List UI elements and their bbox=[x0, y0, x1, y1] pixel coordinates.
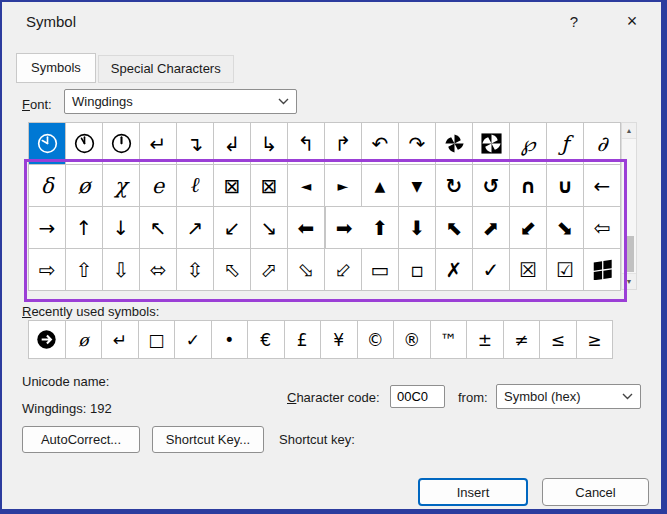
symbol-cell[interactable]: ↵ bbox=[102, 321, 139, 359]
symbol-cell[interactable]: ø bbox=[66, 321, 103, 359]
symbol-cell[interactable]: ∂ bbox=[584, 123, 621, 165]
symbol-cell[interactable]: → bbox=[29, 207, 66, 249]
symbol-cell[interactable] bbox=[436, 123, 473, 165]
symbol-cell[interactable]: ℘ bbox=[510, 123, 547, 165]
symbol-cell[interactable] bbox=[584, 249, 621, 291]
symbol-cell[interactable]: ® bbox=[394, 321, 431, 359]
character-code-input[interactable] bbox=[390, 385, 445, 408]
symbol-cell[interactable]: ☑ bbox=[547, 249, 584, 291]
symbol-cell[interactable]: ↘ bbox=[251, 207, 288, 249]
symbol-cell[interactable]: ø bbox=[66, 165, 103, 207]
insert-button[interactable]: Insert bbox=[418, 478, 528, 506]
symbol-cell[interactable]: ⇳ bbox=[177, 249, 214, 291]
symbol-cell[interactable]: ™ bbox=[431, 321, 468, 359]
symbol-cell[interactable]: δ bbox=[29, 165, 66, 207]
unicode-name-value: Wingdings: 192 bbox=[22, 401, 112, 416]
symbol-cell[interactable]: ↑ bbox=[66, 207, 103, 249]
symbol-cell[interactable]: ↖ bbox=[140, 207, 177, 249]
symbol-cell[interactable]: ⇩ bbox=[103, 249, 140, 291]
symbol-cell[interactable]: ✓ bbox=[473, 249, 510, 291]
symbol-cell[interactable]: ✓ bbox=[175, 321, 212, 359]
symbol-cell[interactable]: € bbox=[248, 321, 285, 359]
from-combobox[interactable]: Symbol (hex) bbox=[496, 384, 641, 409]
symbol-cell[interactable]: ▫ bbox=[399, 249, 436, 291]
symbol-cell[interactable]: ↷ bbox=[399, 123, 436, 165]
symbol-cell[interactable]: ≤ bbox=[540, 321, 577, 359]
symbol-cell[interactable]: ↙ bbox=[214, 207, 251, 249]
symbol-cell[interactable]: £ bbox=[285, 321, 322, 359]
symbol-cell[interactable]: ⬅ bbox=[288, 207, 325, 249]
cancel-button[interactable]: Cancel bbox=[542, 478, 649, 506]
symbol-cell[interactable]: ↳ bbox=[251, 123, 288, 165]
tab-bar: Symbols Special Characters bbox=[16, 53, 236, 83]
symbol-cell[interactable]: ↲ bbox=[214, 123, 251, 165]
font-combobox[interactable]: Wingdings bbox=[64, 89, 297, 114]
recent-grid: ø↵□✓•€£¥©®™±≠≤≥ bbox=[28, 320, 613, 359]
symbol-cell[interactable]: ▲ bbox=[362, 165, 399, 207]
symbol-cell[interactable]: ← bbox=[584, 165, 621, 207]
symbol-cell[interactable]: e bbox=[140, 165, 177, 207]
symbol-cell[interactable]: ↺ bbox=[473, 165, 510, 207]
symbol-cell[interactable]: ↗ bbox=[177, 207, 214, 249]
symbol-cell[interactable] bbox=[103, 123, 140, 165]
symbol-cell[interactable]: ⊠ bbox=[214, 165, 251, 207]
symbol-cell[interactable]: χ bbox=[103, 165, 140, 207]
help-button[interactable]: ? bbox=[558, 7, 590, 35]
tab-special-characters[interactable]: Special Characters bbox=[98, 55, 234, 83]
font-value: Wingdings bbox=[72, 94, 133, 109]
symbol-cell[interactable]: ◄ bbox=[288, 165, 325, 207]
symbol-cell[interactable]: ⬅ bbox=[325, 207, 362, 249]
symbol-cell[interactable]: ✗ bbox=[436, 249, 473, 291]
symbol-cell[interactable]: ⊠ bbox=[251, 165, 288, 207]
symbol-cell[interactable]: ⬋ bbox=[510, 207, 547, 249]
symbol-cell[interactable] bbox=[66, 123, 103, 165]
symbol-cell[interactable]: ⬁ bbox=[214, 249, 251, 291]
close-button close-icon[interactable]: × bbox=[614, 7, 650, 35]
symbol-cell[interactable]: ▭ bbox=[362, 249, 399, 291]
symbol-cell[interactable]: ⬆ bbox=[362, 207, 399, 249]
symbol-cell[interactable]: ↶ bbox=[362, 123, 399, 165]
symbol-cell[interactable]: ℓ bbox=[177, 165, 214, 207]
symbol-cell[interactable]: ∪ bbox=[547, 165, 584, 207]
tab-symbols[interactable]: Symbols bbox=[16, 53, 96, 83]
symbol-cell[interactable]: ► bbox=[325, 165, 362, 207]
symbol-cell[interactable]: ⬊ bbox=[547, 207, 584, 249]
symbol-cell[interactable]: ↵ bbox=[140, 123, 177, 165]
symbol-cell[interactable]: ↱ bbox=[325, 123, 362, 165]
symbol-cell[interactable]: ≥ bbox=[577, 321, 614, 359]
symbol-cell[interactable]: ⬈ bbox=[473, 207, 510, 249]
symbol-cell[interactable]: • bbox=[212, 321, 249, 359]
symbol-cell[interactable]: ≠ bbox=[504, 321, 541, 359]
shortcut-key-button[interactable]: Shortcut Key... bbox=[152, 426, 264, 453]
scroll-up-icon[interactable]: ▲ bbox=[622, 123, 636, 139]
symbol-cell[interactable]: □ bbox=[139, 321, 176, 359]
symbol-cell[interactable]: ⬀ bbox=[251, 249, 288, 291]
symbol-cell[interactable]: ⬂ bbox=[288, 249, 325, 291]
symbol-cell[interactable]: ⇨ bbox=[29, 249, 66, 291]
symbol-cell[interactable]: ↻ bbox=[436, 165, 473, 207]
symbol-cell[interactable]: ƒ bbox=[547, 123, 584, 165]
symbol-cell[interactable]: ↓ bbox=[103, 207, 140, 249]
symbol-cell[interactable]: ⬇ bbox=[399, 207, 436, 249]
autocorrect-button[interactable]: AutoCorrect... bbox=[22, 426, 140, 453]
symbol-cell[interactable]: ⇦ bbox=[584, 207, 621, 249]
symbol-cell[interactable]: ↰ bbox=[288, 123, 325, 165]
symbol-cell[interactable] bbox=[29, 123, 66, 165]
symbol-cell[interactable]: ▼ bbox=[399, 165, 436, 207]
symbol-cell[interactable]: ∩ bbox=[510, 165, 547, 207]
symbol-cell[interactable]: ⬉ bbox=[436, 207, 473, 249]
symbol-cell[interactable]: © bbox=[358, 321, 395, 359]
scroll-down-icon[interactable]: ▼ bbox=[622, 273, 636, 289]
symbol-cell[interactable]: ⇧ bbox=[66, 249, 103, 291]
symbol-cell[interactable]: ¥ bbox=[321, 321, 358, 359]
symbol-cell[interactable] bbox=[29, 321, 66, 359]
symbol-grid-scrollbar[interactable]: ▲ ▼ bbox=[621, 122, 637, 290]
symbol-cell[interactable]: ☒ bbox=[510, 249, 547, 291]
symbol-cell[interactable]: ⬃ bbox=[325, 249, 362, 291]
symbol-cell[interactable] bbox=[473, 123, 510, 165]
recently-used-label: Recently used symbols: bbox=[22, 304, 159, 319]
symbol-cell[interactable]: ± bbox=[467, 321, 504, 359]
symbol-cell[interactable]: ⬄ bbox=[140, 249, 177, 291]
scrollbar-thumb[interactable] bbox=[624, 236, 634, 272]
symbol-cell[interactable]: ↴ bbox=[177, 123, 214, 165]
